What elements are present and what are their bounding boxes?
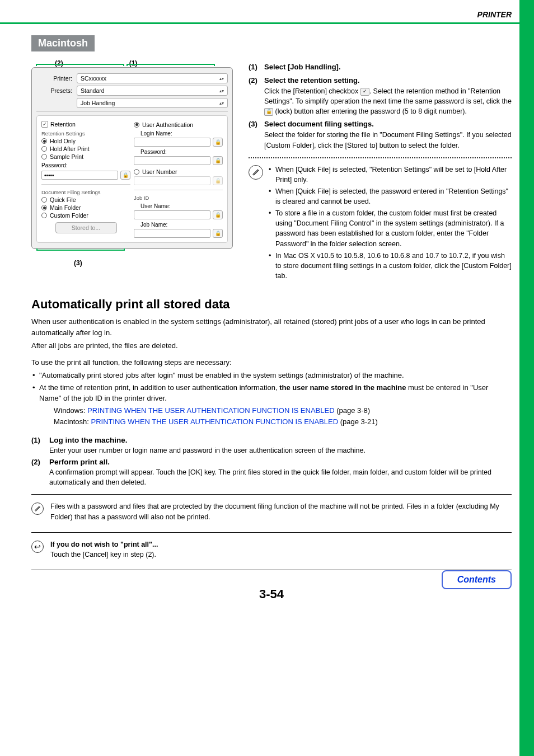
substep-2-title: Perform print all. — [49, 458, 512, 466]
footnote-1: Files with a password and files that are… — [31, 498, 512, 525]
substep-1-title: Log into the machine. — [49, 436, 512, 444]
user-name-label: User Name: — [134, 203, 223, 209]
printer-select[interactable]: SCxxxxxx▴▾ — [77, 73, 228, 83]
note-icon — [31, 503, 44, 515]
page-header: PRINTER — [0, 0, 534, 21]
footnote-2-title: If you do not wish to "print all"... — [50, 541, 158, 548]
dashed-separator — [249, 157, 512, 158]
note-item: To store a file in a custom folder, the … — [269, 208, 512, 249]
paragraph: After all jobs are printed, the files ar… — [31, 340, 512, 351]
user-auth-checkbox[interactable]: User Authentication — [134, 121, 193, 128]
step-2-text: Click the [Retention] checkbox ✓. Select… — [264, 86, 512, 116]
lock-icon: 🔒 — [264, 108, 273, 116]
step-3-text: Select the folder for storing the file i… — [264, 130, 512, 150]
password-input[interactable]: ••••• — [41, 171, 118, 180]
cross-ref-mac: Macintosh: PRINTING WHEN THE USER AUTHEN… — [54, 416, 512, 428]
separator — [31, 532, 512, 533]
lock-icon[interactable]: 🔒 — [213, 229, 223, 238]
doc-filing-label: Document Filing Settings — [41, 189, 130, 195]
job-id-label: Job ID — [134, 195, 223, 201]
lock-icon[interactable]: 🔒 — [120, 171, 130, 180]
platform-tag: Macintosh — [31, 35, 95, 51]
printer-label: Printer: — [36, 75, 77, 82]
lock-icon[interactable]: 🔒 — [213, 156, 223, 165]
radio-sample-print[interactable]: Sample Print — [41, 153, 130, 160]
retention-checkbox[interactable]: ✓Retention — [41, 121, 76, 128]
step-1-title: Select [Job Handling]. — [264, 63, 512, 71]
stored-to-button[interactable]: Stored to... — [55, 222, 117, 233]
step-2-num: (2) — [249, 76, 264, 116]
bracket-2 — [36, 64, 124, 66]
lock-icon: 🔒 — [213, 176, 223, 185]
radio-main-folder[interactable]: Main Folder — [41, 204, 130, 211]
step-3-num: (3) — [249, 120, 264, 150]
step-2-title: Select the retention setting. — [264, 76, 512, 84]
note-list: When [Quick File] is selected, "Retentio… — [269, 163, 512, 283]
heading-auto-print: Automatically print all stored data — [31, 297, 512, 312]
contents-button[interactable]: Contents — [442, 570, 512, 589]
substep-1-num: (1) — [31, 436, 49, 456]
section-title: PRINTER — [477, 10, 512, 19]
password2-input[interactable] — [134, 156, 210, 165]
note-item: In Mac OS X v10.5 to 10.5.8, 10.6 to 10.… — [269, 251, 512, 281]
note-icon — [249, 165, 263, 180]
list-item: "Automatically print stored jobs after l… — [31, 370, 512, 381]
login-name-label: Login Name: — [134, 130, 223, 137]
footnote-2: ↩ If you do not wish to "print all"... T… — [31, 536, 512, 563]
note-item: When [Quick File] is selected, the passw… — [269, 186, 512, 206]
footnote-2-text: Touch the [Cancel] key in step (2). — [50, 551, 156, 558]
lock-icon[interactable]: 🔒 — [213, 138, 223, 147]
back-icon: ↩ — [31, 541, 44, 553]
callout-3: (3) — [74, 259, 233, 267]
radio-hold-after[interactable]: Hold After Print — [41, 145, 130, 152]
panel-select[interactable]: Job Handling▴▾ — [77, 98, 228, 108]
step-3-title: Select document filing settings. — [264, 120, 512, 128]
link-mac-auth[interactable]: PRINTING WHEN THE USER AUTHENTICATION FU… — [91, 417, 339, 426]
user-number-input — [134, 176, 210, 185]
separator — [31, 570, 512, 570]
list-item: At the time of retention print, in addit… — [31, 382, 512, 404]
print-dialog: Printer: SCxxxxxx▴▾ Presets: Standard▴▾ … — [31, 67, 233, 249]
lock-icon[interactable]: 🔒 — [213, 210, 223, 219]
paragraph: When user authentication is enabled in t… — [31, 316, 512, 338]
page-number: 3-54 — [31, 587, 512, 602]
cross-ref-windows: Windows: PRINTING WHEN THE USER AUTHENTI… — [54, 405, 512, 417]
radio-user-number[interactable]: User Number — [134, 168, 223, 175]
substep-2-num: (2) — [31, 458, 49, 487]
link-windows-auth[interactable]: PRINTING WHEN THE USER AUTHENTICATION FU… — [87, 406, 335, 415]
step-1-num: (1) — [249, 63, 264, 73]
paragraph: To use the print all function, the follo… — [31, 357, 512, 368]
presets-label: Presets: — [36, 87, 77, 94]
checkbox-icon: ✓ — [360, 88, 369, 96]
password-label: Password: — [41, 162, 130, 168]
note-item: When [Quick File] is selected, "Retentio… — [269, 165, 512, 185]
bracket-3 — [36, 248, 125, 251]
bracket-1 — [127, 64, 215, 66]
radio-custom-folder[interactable]: Custom Folder — [41, 212, 130, 219]
job-name-input[interactable] — [134, 229, 210, 238]
separator — [31, 494, 512, 495]
substep-1-text: Enter your user number or login name and… — [49, 445, 512, 456]
job-name-label: Job Name: — [134, 222, 223, 228]
password2-label: Password: — [134, 149, 223, 155]
user-name-input[interactable] — [134, 210, 210, 219]
login-name-input[interactable] — [134, 138, 210, 147]
radio-hold-only[interactable]: Hold Only — [41, 138, 130, 144]
radio-quick-file[interactable]: Quick File — [41, 196, 130, 203]
substep-2-text: A confirmation prompt will appear. Touch… — [49, 467, 512, 487]
retention-settings-label: Retention Settings — [41, 130, 130, 137]
presets-select[interactable]: Standard▴▾ — [77, 86, 228, 96]
